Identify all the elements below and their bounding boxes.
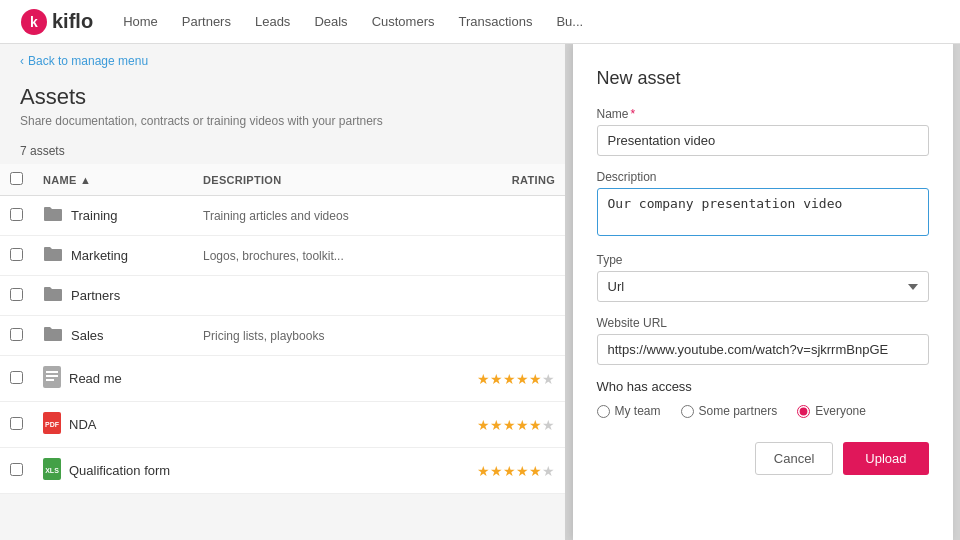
row-name-text: Read me — [69, 371, 122, 386]
svg-rect-3 — [46, 371, 58, 373]
access-some-partners[interactable]: Some partners — [681, 404, 778, 418]
type-field-group: Type Url File — [597, 253, 929, 302]
upload-button[interactable]: Upload — [843, 442, 928, 475]
table-row: Read me★★★★★★ — [0, 356, 565, 402]
file-xls-icon: XLS — [43, 458, 61, 483]
cancel-button[interactable]: Cancel — [755, 442, 833, 475]
row-checkbox[interactable] — [10, 417, 23, 430]
header-desc-col: DESCRIPTION — [193, 164, 467, 196]
logo-text: kiflo — [52, 10, 93, 33]
table-row: XLSQualification form★★★★★★ — [0, 448, 565, 494]
row-desc-text: Training articles and videos — [203, 209, 349, 223]
radio-everyone[interactable] — [797, 405, 810, 418]
row-desc-text: Logos, brochures, toolkit... — [203, 249, 344, 263]
row-rating-cell — [467, 196, 565, 236]
back-to-manage-link[interactable]: ‹ Back to manage menu — [20, 54, 545, 68]
row-rating-cell — [467, 276, 565, 316]
svg-rect-5 — [46, 379, 54, 381]
file-text-icon — [43, 366, 61, 391]
row-desc-cell — [193, 448, 467, 494]
row-name-content[interactable]: XLSQualification form — [43, 458, 183, 483]
header-name-col[interactable]: NAME ▲ — [33, 164, 193, 196]
nav-item-customers[interactable]: Customers — [372, 14, 435, 29]
assets-table: NAME ▲ DESCRIPTION RATING TrainingTraini… — [0, 164, 565, 494]
row-rating-cell — [467, 236, 565, 276]
nav-item-bu[interactable]: Bu... — [556, 14, 583, 29]
row-desc-cell — [193, 356, 467, 402]
select-all-checkbox[interactable] — [10, 172, 23, 185]
row-name-content[interactable]: PDFNDA — [43, 412, 183, 437]
website-url-label: Website URL — [597, 316, 929, 330]
nav-item-transactions[interactable]: Transactions — [458, 14, 532, 29]
logo[interactable]: k kiflo — [20, 8, 93, 36]
row-checkbox[interactable] — [10, 288, 23, 301]
row-checkbox-cell — [0, 316, 33, 356]
who-access-label: Who has access — [597, 379, 929, 394]
row-rating-cell: ★★★★★★ — [467, 402, 565, 448]
website-url-input[interactable] — [597, 334, 929, 365]
svg-text:PDF: PDF — [45, 421, 60, 428]
row-desc-cell: Training articles and videos — [193, 196, 467, 236]
row-name-text: Sales — [71, 328, 104, 343]
back-link-text: Back to manage menu — [28, 54, 148, 68]
row-checkbox[interactable] — [10, 208, 23, 221]
who-access-group: Who has access My team Some partners Eve… — [597, 379, 929, 418]
row-checkbox-cell — [0, 196, 33, 236]
table-header-row: NAME ▲ DESCRIPTION RATING — [0, 164, 565, 196]
row-checkbox-cell — [0, 236, 33, 276]
row-checkbox[interactable] — [10, 328, 23, 341]
row-checkbox[interactable] — [10, 463, 23, 476]
row-name-content[interactable]: Sales — [43, 326, 183, 345]
row-desc-cell — [193, 402, 467, 448]
row-name-text: Qualification form — [69, 463, 170, 478]
table-row: Partners — [0, 276, 565, 316]
row-name-cell: PDFNDA — [33, 402, 193, 448]
folder-icon — [43, 206, 63, 225]
nav-menu: Home Partners Leads Deals Customers Tran… — [123, 14, 583, 29]
logo-icon: k — [20, 8, 48, 36]
radio-my-team[interactable] — [597, 405, 610, 418]
navbar: k kiflo Home Partners Leads Deals Custom… — [0, 0, 960, 44]
access-radio-group: My team Some partners Everyone — [597, 404, 929, 418]
type-select[interactable]: Url File — [597, 271, 929, 302]
table-row: TrainingTraining articles and videos — [0, 196, 565, 236]
row-name-cell: Sales — [33, 316, 193, 356]
assets-count: 7 assets — [0, 138, 565, 164]
nav-item-home[interactable]: Home — [123, 14, 158, 29]
row-checkbox-cell — [0, 356, 33, 402]
row-desc-text: Pricing lists, playbooks — [203, 329, 324, 343]
name-field-group: Name* — [597, 107, 929, 156]
name-label: Name* — [597, 107, 929, 121]
access-my-team[interactable]: My team — [597, 404, 661, 418]
back-arrow-icon: ‹ — [20, 54, 24, 68]
svg-text:k: k — [30, 14, 38, 30]
row-checkbox[interactable] — [10, 248, 23, 261]
header-checkbox-col — [0, 164, 33, 196]
row-checkbox-cell — [0, 402, 33, 448]
row-name-content[interactable]: Read me — [43, 366, 183, 391]
row-checkbox[interactable] — [10, 371, 23, 384]
table-row: SalesPricing lists, playbooks — [0, 316, 565, 356]
description-textarea[interactable]: Our company presentation video — [597, 188, 929, 236]
modal-actions: Cancel Upload — [597, 442, 929, 475]
row-name-content[interactable]: Training — [43, 206, 183, 225]
row-name-cell: Marketing — [33, 236, 193, 276]
row-desc-cell: Logos, brochures, toolkit... — [193, 236, 467, 276]
new-asset-modal: New asset Name* Description Our company … — [573, 44, 953, 540]
row-name-content[interactable]: Partners — [43, 286, 183, 305]
row-desc-cell: Pricing lists, playbooks — [193, 316, 467, 356]
nav-item-leads[interactable]: Leads — [255, 14, 290, 29]
row-name-content[interactable]: Marketing — [43, 246, 183, 265]
name-input[interactable] — [597, 125, 929, 156]
description-label: Description — [597, 170, 929, 184]
folder-icon — [43, 286, 63, 305]
nav-item-deals[interactable]: Deals — [314, 14, 347, 29]
table-row: MarketingLogos, brochures, toolkit... — [0, 236, 565, 276]
row-name-text: Training — [71, 208, 117, 223]
file-pdf-icon: PDF — [43, 412, 61, 437]
radio-some-partners[interactable] — [681, 405, 694, 418]
modal-title: New asset — [597, 68, 929, 89]
nav-item-partners[interactable]: Partners — [182, 14, 231, 29]
access-everyone[interactable]: Everyone — [797, 404, 866, 418]
row-name-cell: Training — [33, 196, 193, 236]
